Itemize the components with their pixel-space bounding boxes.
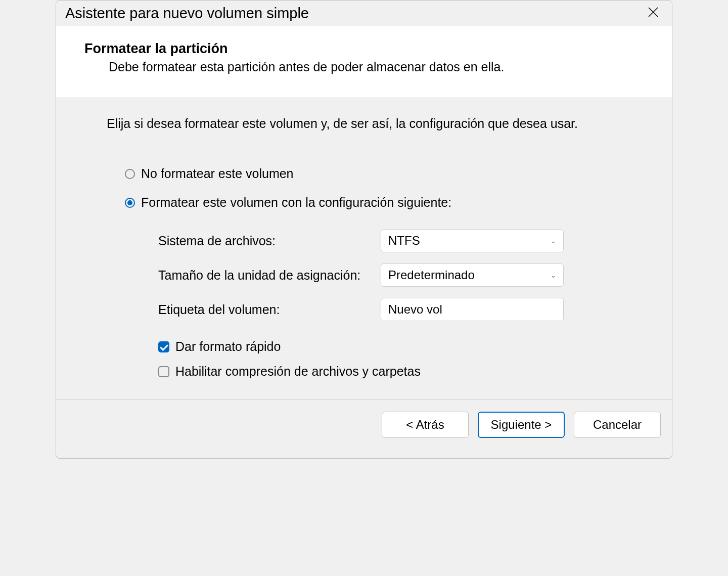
format-options: Sistema de archivos: NTFS ⌄ Tamaño de la… — [125, 229, 652, 321]
chevron-down-icon: ⌄ — [551, 272, 556, 279]
footer: < Atrás Siguiente > Cancelar — [56, 399, 672, 458]
cancel-button[interactable]: Cancelar — [574, 412, 661, 438]
radio-icon — [125, 198, 135, 208]
allocation-label: Tamaño de la unidad de asignación: — [158, 268, 381, 283]
header-panel: Formatear la partición Debe formatear es… — [56, 26, 672, 98]
wizard-window: Asistente para nuevo volumen simple Form… — [56, 0, 672, 459]
quick-format-label: Dar formato rápido — [175, 339, 281, 354]
radio-no-format-label: No formatear este volumen — [141, 166, 294, 181]
allocation-value: Predeterminado — [388, 268, 475, 282]
compression-row[interactable]: Habilitar compresión de archivos y carpe… — [158, 364, 652, 379]
next-button[interactable]: Siguiente > — [478, 412, 565, 438]
filesystem-row: Sistema de archivos: NTFS ⌄ — [158, 229, 652, 252]
instruction-text: Elija si desea formatear este volumen y,… — [107, 116, 652, 131]
radio-format-row[interactable]: Formatear este volumen con la configurac… — [125, 195, 652, 210]
volume-label-row: Etiqueta del volumen: Nuevo vol — [158, 298, 652, 321]
close-icon[interactable] — [644, 5, 663, 22]
volume-label-label: Etiqueta del volumen: — [158, 302, 381, 317]
allocation-row: Tamaño de la unidad de asignación: Prede… — [158, 263, 652, 287]
filesystem-value: NTFS — [388, 234, 420, 248]
back-button[interactable]: < Atrás — [382, 412, 469, 438]
window-title: Asistente para nuevo volumen simple — [65, 5, 309, 22]
titlebar: Asistente para nuevo volumen simple — [56, 1, 672, 26]
radio-icon — [125, 169, 135, 179]
checkbox-icon — [158, 341, 169, 352]
compression-label: Habilitar compresión de archivos y carpe… — [175, 364, 421, 379]
filesystem-label: Sistema de archivos: — [158, 234, 381, 248]
format-radio-group: No formatear este volumen Formatear este… — [107, 166, 652, 379]
filesystem-dropdown[interactable]: NTFS ⌄ — [381, 229, 564, 252]
checkbox-group: Dar formato rápido Habilitar compresión … — [125, 339, 652, 379]
radio-no-format-row[interactable]: No formatear este volumen — [125, 166, 652, 181]
radio-format-label: Formatear este volumen con la configurac… — [141, 195, 451, 210]
allocation-dropdown[interactable]: Predeterminado ⌄ — [381, 263, 564, 287]
content-area: Elija si desea formatear este volumen y,… — [56, 98, 672, 399]
volume-label-value: Nuevo vol — [388, 302, 442, 317]
checkbox-icon — [158, 366, 169, 377]
volume-label-input[interactable]: Nuevo vol — [381, 298, 564, 321]
page-subtitle: Debe formatear esta partición antes de p… — [84, 60, 658, 74]
quick-format-row[interactable]: Dar formato rápido — [158, 339, 652, 354]
chevron-down-icon: ⌄ — [551, 237, 556, 245]
page-title: Formatear la partición — [84, 41, 658, 57]
